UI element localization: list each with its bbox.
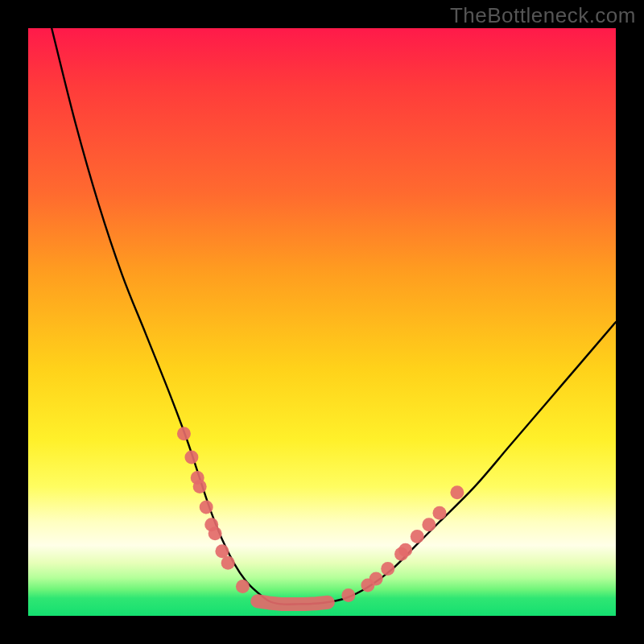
marker-dot — [208, 526, 222, 540]
marker-dot — [450, 485, 464, 499]
marker-dot — [200, 500, 213, 514]
marker-dot — [184, 450, 198, 464]
marker-dot — [369, 572, 383, 586]
plot-area — [28, 28, 616, 616]
marker-dot — [341, 588, 355, 602]
marker-dot — [177, 427, 191, 440]
marker-bottom-strip — [258, 601, 328, 605]
marker-dot — [221, 556, 235, 570]
marker-dot — [398, 543, 412, 557]
curve-layer — [28, 28, 616, 616]
watermark-text: TheBottleneck.com — [450, 3, 636, 28]
marker-dot — [433, 506, 447, 520]
marker-dot — [411, 530, 424, 543]
chart-frame: TheBottleneck.com — [0, 0, 644, 644]
marker-dot — [381, 562, 394, 576]
marker-dot — [193, 480, 207, 493]
bottleneck-curve — [52, 28, 616, 605]
marker-dot — [236, 580, 250, 593]
marker-dot — [422, 518, 436, 531]
marker-dot — [215, 544, 229, 558]
